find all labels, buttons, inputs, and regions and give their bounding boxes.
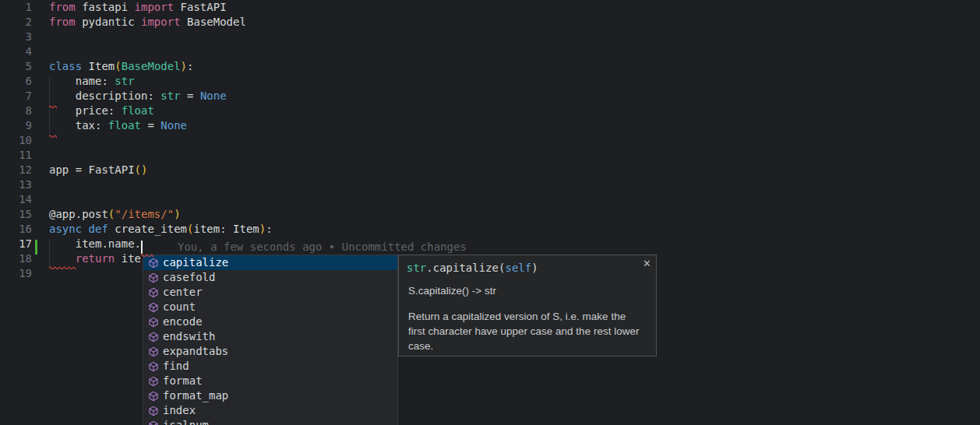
symbol-method-icon [148,376,159,387]
code-text: name: str [49,74,135,89]
suggest-item-label: format_map [163,388,228,403]
suggest-item-label: encode [163,314,203,329]
code-text: description: str = None [49,89,227,104]
code-text: return ite [49,251,141,266]
code-line[interactable]: 15@app.post("/items/") [0,207,980,222]
suggest-item-label: count [163,300,196,314]
docs-description-line: first character have upper case and the … [408,324,647,339]
suggest-item-label: center [163,285,203,300]
line-number[interactable]: 6 [0,74,32,89]
code-line[interactable]: 3 [0,30,980,44]
signature-param: self [505,262,531,274]
suggest-item-label: isalnum [163,418,209,425]
signature-type: str [407,262,426,274]
git-blame-annotation: You, a few seconds ago • Uncommitted cha… [178,240,467,255]
text-cursor [141,241,143,254]
error-squiggle [49,265,76,269]
suggest-item-label: index [163,403,196,418]
error-squiggle [49,104,57,108]
suggestion-docs-popup: str.capitalize(self) ✕ S.capitalize() ->… [398,255,657,357]
code-text: @app.post("/items/") [49,207,181,222]
suggest-item-format[interactable]: format [143,374,397,388]
suggest-item-casefold[interactable]: casefold [143,270,397,285]
suggest-item-label: casefold [163,270,215,285]
code-line[interactable]: 8 price: float [0,104,980,118]
code-line[interactable]: 5class Item(BaseModel): [0,59,980,74]
git-added-gutter-marker [35,240,37,255]
line-number[interactable]: 15 [0,207,32,222]
symbol-method-icon [148,287,159,298]
docs-description: Return a capitalized version of S, i.e. … [399,309,656,353]
suggest-item-endswith[interactable]: endswith [143,329,397,344]
suggest-item-label: endswith [163,329,215,344]
line-number[interactable]: 4 [0,44,32,59]
code-line[interactable]: 2from pydantic import BaseModel [0,15,980,30]
suggest-item-center[interactable]: center [143,285,397,300]
code-line[interactable]: 13 [0,177,980,192]
code-line[interactable]: 12app = FastAPI() [0,163,980,177]
method-signature: str.capitalize(self) [399,255,656,276]
line-number[interactable]: 8 [0,104,32,118]
suggest-item-encode[interactable]: encode [143,314,397,329]
suggest-item-label: format [163,374,203,388]
code-text: class Item(BaseModel): [49,59,193,74]
code-text: price: float [49,104,154,118]
code-line[interactable]: 7 description: str = None [0,89,980,104]
symbol-method-icon [148,317,159,328]
suggest-item-capitalize[interactable]: capitalize [143,255,397,270]
symbol-method-icon [148,391,159,402]
line-number[interactable]: 3 [0,30,32,44]
symbol-method-icon [148,406,159,416]
symbol-method-icon [148,302,159,313]
code-line[interactable]: 6 name: str [0,74,980,89]
line-number[interactable]: 12 [0,163,32,177]
suggest-item-label: capitalize [163,255,228,270]
suggest-item-label: expandtabs [163,344,228,359]
suggest-item-expandtabs[interactable]: expandtabs [143,344,397,359]
code-text: app = FastAPI() [49,163,147,177]
symbol-method-icon [148,420,159,425]
line-number[interactable]: 19 [0,266,32,281]
suggest-item-find[interactable]: find [143,359,397,374]
suggest-item-count[interactable]: count [143,300,397,314]
code-line[interactable]: 11 [0,148,980,163]
line-number[interactable]: 9 [0,118,32,133]
line-number[interactable]: 11 [0,148,32,163]
code-line[interactable]: 17 item.name. [0,237,980,251]
code-text: item.name. [49,237,141,251]
docs-description-line: Return a capitalized version of S, i.e. … [408,309,647,324]
line-number[interactable]: 7 [0,89,32,104]
code-line[interactable]: 1from fastapi import FastAPI [0,0,980,15]
line-number[interactable]: 2 [0,15,32,30]
code-editor[interactable]: 1from fastapi import FastAPI2from pydant… [0,0,980,425]
line-number[interactable]: 17 [0,237,32,251]
line-number[interactable]: 10 [0,133,32,148]
suggest-item-format_map[interactable]: format_map [143,388,397,403]
line-number[interactable]: 16 [0,222,32,237]
close-icon[interactable]: ✕ [643,258,651,270]
line-number[interactable]: 18 [0,251,32,266]
code-text: from pydantic import BaseModel [49,15,246,30]
autocomplete-suggest-list[interactable]: capitalizecasefoldcentercountencodeendsw… [143,255,398,425]
code-line[interactable]: 14 [0,192,980,207]
suggest-item-isalnum[interactable]: isalnum [143,418,397,425]
suggest-item-label: find [163,359,189,374]
line-number[interactable]: 14 [0,192,32,207]
docs-description-line: case. [408,339,647,353]
suggest-item-index[interactable]: index [143,403,397,418]
code-line[interactable]: 16async def create_item(item: Item): [0,222,980,237]
line-number[interactable]: 13 [0,177,32,192]
code-line[interactable]: 9 tax: float = None [0,118,980,133]
signature-member: .capitalize( [426,262,505,274]
line-number[interactable]: 1 [0,0,32,15]
error-squiggle [141,253,153,257]
error-squiggle [49,134,57,138]
line-number[interactable]: 5 [0,59,32,74]
code-line[interactable]: 10 [0,133,980,148]
code-area[interactable]: 1from fastapi import FastAPI2from pydant… [0,0,980,281]
docs-summary: S.capitalize() -> str [399,284,656,297]
symbol-method-icon [148,361,159,372]
code-line[interactable]: 4 [0,44,980,59]
code-text: from fastapi import FastAPI [49,0,227,15]
code-text: async def create_item(item: Item): [49,222,273,237]
